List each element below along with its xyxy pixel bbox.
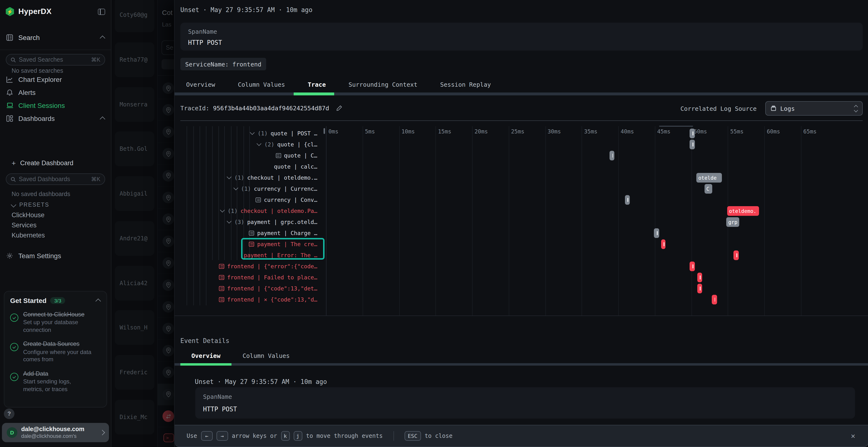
saved-dashboards-input[interactable]: Saved Dashboards ⌘K: [6, 173, 105, 185]
saved-searches-input[interactable]: Saved Searches ⌘K: [6, 54, 105, 66]
session-card[interactable]: Beth.Gol: [115, 132, 154, 166]
sidebar-item-alerts[interactable]: Alerts: [0, 86, 111, 99]
presets-toggle[interactable]: PRESETS: [11, 202, 49, 208]
location-pin-icon[interactable]: [162, 388, 174, 400]
tab-session-replay[interactable]: Session Replay: [440, 81, 491, 88]
tab-column-values[interactable]: Column Values: [238, 81, 285, 88]
session-event-row[interactable]: [158, 296, 174, 318]
get-started-item[interactable]: Add Data Start sending logs, metrics, or…: [10, 370, 101, 393]
session-event-row[interactable]: [158, 187, 174, 209]
span-duration-bar[interactable]: [661, 239, 666, 249]
session-card[interactable]: Wilson_H: [115, 310, 154, 345]
chevron-up-icon[interactable]: [95, 299, 101, 304]
session-search-input[interactable]: Se: [161, 40, 174, 55]
tab-surrounding-context[interactable]: Surrounding Context: [348, 81, 417, 88]
span-duration-bar[interactable]: [625, 195, 630, 204]
span-duration-bar[interactable]: [690, 128, 695, 138]
trace-tree-row[interactable]: (3)payment | grpc.oteld…: [175, 216, 319, 227]
sidebar-item-dashboards[interactable]: Dashboards: [0, 112, 111, 125]
location-pin-icon[interactable]: [162, 82, 174, 94]
service-name-chip[interactable]: ServiceName: frontend: [180, 58, 266, 70]
location-pin-icon[interactable]: [162, 257, 174, 269]
session-event-row[interactable]: [158, 252, 174, 274]
span-duration-bar[interactable]: [697, 272, 702, 282]
session-event-row[interactable]: [158, 165, 174, 187]
trace-tree-row[interactable]: currency | Conv…: [175, 194, 319, 205]
span-duration-bar[interactable]: otelde: [696, 173, 722, 182]
trace-tree-row[interactable]: (1)currency | Currenc…: [175, 183, 319, 194]
session-event-row[interactable]: [158, 340, 174, 362]
session-event-row[interactable]: [158, 318, 174, 340]
chevron-down-icon[interactable]: [234, 185, 238, 190]
trace-tree-row[interactable]: (1)checkout | oteldemo.Pa…: [175, 205, 319, 216]
session-event-row[interactable]: [158, 122, 174, 143]
chevron-down-icon[interactable]: [250, 130, 255, 135]
preset-clickhouse[interactable]: ClickHouse: [11, 211, 44, 219]
span-duration-bar[interactable]: [690, 261, 695, 271]
session-card[interactable]: Andre21@: [115, 221, 154, 256]
tab-overview[interactable]: Overview: [186, 81, 215, 88]
chevron-down-icon[interactable]: [257, 141, 261, 146]
sidebar-item-team-settings[interactable]: Team Settings: [0, 249, 111, 262]
tab-ed-column-values[interactable]: Column Values: [243, 352, 290, 359]
trace-tree-row[interactable]: (1)quote | POST …: [175, 128, 319, 139]
location-pin-icon[interactable]: [162, 279, 174, 291]
location-pin-icon[interactable]: [162, 367, 174, 378]
trace-tree-row[interactable]: (2)quote | {cl…: [175, 139, 319, 150]
collapse-sidebar-icon[interactable]: [98, 8, 105, 15]
location-pin-icon[interactable]: [162, 214, 174, 225]
span-duration-bar[interactable]: C: [705, 184, 712, 194]
chevron-up-icon[interactable]: [100, 116, 105, 122]
trace-tree-row[interactable]: payment | Charge …: [175, 227, 319, 238]
get-started-item[interactable]: Connect to ClickHouse Set up your databa…: [10, 311, 101, 334]
session-card[interactable]: Retha77@: [115, 42, 154, 77]
span-duration-bar[interactable]: [610, 150, 615, 160]
session-event-row[interactable]: [158, 384, 174, 405]
location-pin-icon[interactable]: [162, 345, 174, 356]
session-filter-button[interactable]: [161, 59, 174, 69]
trace-tree-row[interactable]: frontend | {"code":13,"det…: [175, 283, 319, 294]
location-pin-icon[interactable]: [162, 323, 174, 335]
network-swap-icon[interactable]: [162, 410, 174, 422]
session-event-row[interactable]: [158, 274, 174, 296]
tab-trace[interactable]: Trace: [308, 81, 326, 88]
trace-tree-row[interactable]: (1)checkout | oteldemo.…: [175, 172, 319, 183]
location-pin-icon[interactable]: [162, 148, 174, 160]
sidebar-item-search[interactable]: Search: [0, 31, 111, 44]
span-duration-bar[interactable]: [690, 139, 695, 149]
session-event-row[interactable]: [158, 143, 174, 165]
preset-services[interactable]: Services: [11, 221, 37, 229]
session-event-row[interactable]: [158, 209, 174, 231]
session-card[interactable]: Alicia42: [115, 266, 154, 301]
help-button[interactable]: ?: [4, 409, 14, 419]
span-duration-bar[interactable]: [697, 283, 702, 293]
session-card[interactable]: Abbigail: [115, 176, 154, 211]
location-pin-icon[interactable]: [162, 301, 174, 313]
session-card[interactable]: Dixie_Mc: [115, 400, 154, 435]
span-duration-bar[interactable]: grp: [726, 217, 740, 227]
create-dashboard-button[interactable]: + Create Dashboard: [11, 159, 73, 167]
span-duration-bar[interactable]: [712, 295, 717, 304]
span-duration-bar[interactable]: [734, 250, 739, 260]
chevron-down-icon[interactable]: [227, 174, 231, 179]
session-event-row[interactable]: [158, 362, 174, 383]
trace-tree-row[interactable]: frontend | {"error":{"code…: [175, 261, 319, 272]
location-pin-icon[interactable]: [162, 236, 174, 247]
session-card[interactable]: Frederic: [115, 355, 154, 390]
location-pin-icon[interactable]: [162, 170, 174, 181]
location-pin-icon[interactable]: [162, 126, 174, 138]
session-event-row[interactable]: [158, 77, 174, 99]
session-event-row[interactable]: [158, 406, 174, 427]
span-duration-bar[interactable]: oteldemo.: [727, 206, 759, 215]
user-menu[interactable]: D dale@clickhouse.com dale@clickhouse.co…: [2, 423, 109, 442]
tab-ed-overview[interactable]: Overview: [180, 352, 231, 359]
location-pin-icon[interactable]: [162, 192, 174, 203]
trace-tree-row[interactable]: quote | calc…: [175, 161, 319, 172]
get-started-item[interactable]: Create Data Sources Configure where your…: [10, 340, 101, 364]
terminal-error-icon[interactable]: >_: [163, 434, 174, 442]
edit-pencil-icon[interactable]: [336, 105, 342, 111]
scrollbar-thumb[interactable]: [323, 128, 325, 134]
log-source-select[interactable]: Logs: [765, 101, 863, 115]
chevron-up-icon[interactable]: [100, 36, 105, 41]
span-duration-bar[interactable]: [654, 228, 659, 238]
